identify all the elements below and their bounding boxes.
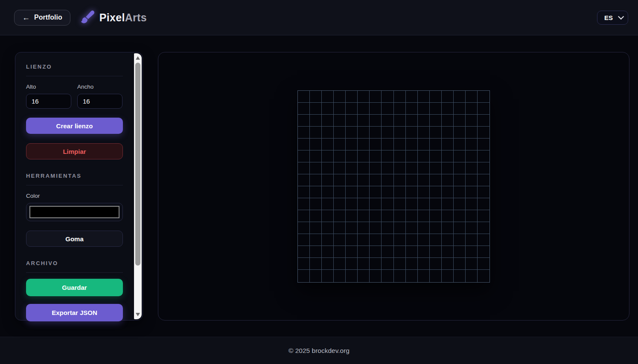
pixel-cell[interactable]	[442, 162, 454, 174]
pixel-cell[interactable]	[334, 103, 346, 115]
pixel-cell[interactable]	[322, 127, 334, 139]
pixel-cell[interactable]	[442, 270, 454, 282]
pixel-cell[interactable]	[454, 91, 466, 103]
pixel-cell[interactable]	[394, 258, 406, 270]
pixel-cell[interactable]	[478, 103, 489, 115]
language-select[interactable]: ES	[597, 11, 628, 25]
pixel-cell[interactable]	[370, 162, 382, 174]
pixel-cell[interactable]	[334, 162, 346, 174]
pixel-cell[interactable]	[310, 174, 322, 186]
pixel-cell[interactable]	[442, 246, 454, 258]
pixel-cell[interactable]	[418, 150, 430, 162]
pixel-grid-canvas[interactable]	[297, 90, 490, 283]
pixel-cell[interactable]	[466, 198, 478, 210]
pixel-cell[interactable]	[478, 270, 489, 282]
pixel-cell[interactable]	[466, 91, 478, 103]
pixel-cell[interactable]	[394, 174, 406, 186]
pixel-cell[interactable]	[322, 186, 334, 198]
pixel-cell[interactable]	[418, 139, 430, 150]
pixel-cell[interactable]	[382, 198, 393, 210]
pixel-cell[interactable]	[442, 174, 454, 186]
pixel-cell[interactable]	[442, 150, 454, 162]
pixel-cell[interactable]	[334, 150, 346, 162]
pixel-cell[interactable]	[298, 127, 310, 139]
pixel-cell[interactable]	[430, 103, 442, 115]
pixel-cell[interactable]	[478, 210, 489, 222]
pixel-cell[interactable]	[346, 115, 358, 127]
pixel-cell[interactable]	[358, 186, 370, 198]
pixel-cell[interactable]	[442, 258, 454, 270]
pixel-cell[interactable]	[358, 174, 370, 186]
pixel-cell[interactable]	[466, 186, 478, 198]
pixel-cell[interactable]	[370, 186, 382, 198]
pixel-cell[interactable]	[430, 127, 442, 139]
pixel-cell[interactable]	[394, 91, 406, 103]
pixel-cell[interactable]	[334, 127, 346, 139]
pixel-cell[interactable]	[322, 234, 334, 246]
pixel-cell[interactable]	[322, 174, 334, 186]
pixel-cell[interactable]	[382, 139, 393, 150]
pixel-cell[interactable]	[466, 210, 478, 222]
pixel-cell[interactable]	[454, 270, 466, 282]
pixel-cell[interactable]	[406, 258, 418, 270]
pixel-cell[interactable]	[418, 222, 430, 234]
pixel-cell[interactable]	[322, 162, 334, 174]
pixel-cell[interactable]	[430, 150, 442, 162]
pixel-cell[interactable]	[298, 186, 310, 198]
pixel-cell[interactable]	[406, 103, 418, 115]
pixel-cell[interactable]	[430, 174, 442, 186]
pixel-cell[interactable]	[346, 150, 358, 162]
pixel-cell[interactable]	[346, 258, 358, 270]
create-canvas-button[interactable]: Crear lienzo	[26, 118, 123, 134]
pixel-cell[interactable]	[454, 103, 466, 115]
pixel-cell[interactable]	[430, 246, 442, 258]
pixel-cell[interactable]	[478, 127, 489, 139]
pixel-cell[interactable]	[394, 186, 406, 198]
pixel-cell[interactable]	[322, 246, 334, 258]
pixel-cell[interactable]	[370, 115, 382, 127]
pixel-cell[interactable]	[394, 139, 406, 150]
pixel-cell[interactable]	[406, 162, 418, 174]
pixel-cell[interactable]	[310, 234, 322, 246]
pixel-cell[interactable]	[334, 91, 346, 103]
pixel-cell[interactable]	[334, 115, 346, 127]
color-picker-input[interactable]	[26, 203, 123, 221]
pixel-cell[interactable]	[478, 115, 489, 127]
pixel-cell[interactable]	[346, 246, 358, 258]
pixel-cell[interactable]	[346, 198, 358, 210]
pixel-cell[interactable]	[310, 150, 322, 162]
pixel-cell[interactable]	[466, 270, 478, 282]
pixel-cell[interactable]	[418, 91, 430, 103]
pixel-cell[interactable]	[310, 139, 322, 150]
pixel-cell[interactable]	[442, 115, 454, 127]
pixel-cell[interactable]	[418, 270, 430, 282]
export-json-button[interactable]: Exportar JSON	[26, 304, 123, 321]
pixel-cell[interactable]	[406, 115, 418, 127]
pixel-cell[interactable]	[346, 127, 358, 139]
pixel-cell[interactable]	[322, 222, 334, 234]
clear-canvas-button[interactable]: Limpiar	[26, 143, 123, 159]
pixel-cell[interactable]	[370, 222, 382, 234]
pixel-cell[interactable]	[418, 198, 430, 210]
pixel-cell[interactable]	[430, 234, 442, 246]
pixel-cell[interactable]	[346, 139, 358, 150]
pixel-cell[interactable]	[478, 139, 489, 150]
pixel-cell[interactable]	[466, 246, 478, 258]
pixel-cell[interactable]	[418, 174, 430, 186]
pixel-cell[interactable]	[454, 186, 466, 198]
pixel-cell[interactable]	[454, 246, 466, 258]
scrollbar-down-arrow-icon[interactable]	[136, 313, 140, 316]
back-to-portfolio-button[interactable]: ← Portfolio	[14, 10, 70, 26]
pixel-cell[interactable]	[394, 246, 406, 258]
pixel-cell[interactable]	[358, 103, 370, 115]
pixel-cell[interactable]	[322, 210, 334, 222]
pixel-cell[interactable]	[334, 210, 346, 222]
pixel-cell[interactable]	[430, 198, 442, 210]
pixel-cell[interactable]	[298, 258, 310, 270]
pixel-cell[interactable]	[442, 127, 454, 139]
pixel-cell[interactable]	[430, 162, 442, 174]
pixel-cell[interactable]	[298, 246, 310, 258]
pixel-cell[interactable]	[442, 198, 454, 210]
pixel-cell[interactable]	[298, 103, 310, 115]
pixel-cell[interactable]	[358, 270, 370, 282]
